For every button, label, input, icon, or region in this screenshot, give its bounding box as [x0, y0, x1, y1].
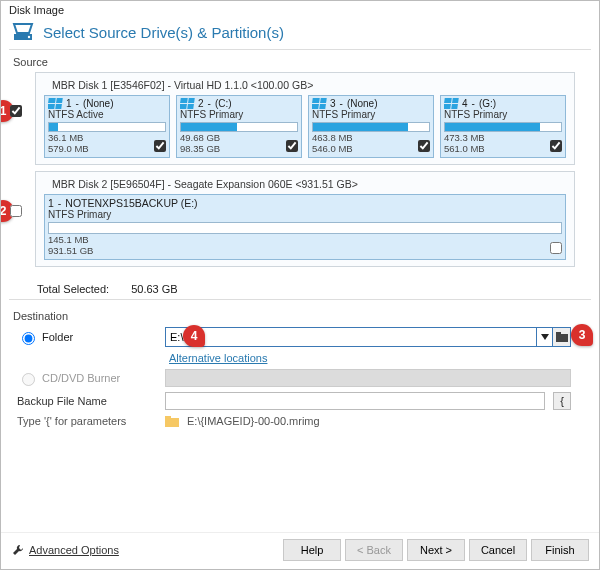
page-header: Select Source Drive(s) & Partition(s) [1, 19, 599, 49]
disk-title: MBR Disk 2 [5E96504F] - Seagate Expansio… [42, 176, 568, 194]
svg-point-1 [28, 36, 30, 38]
partition-drive: (None) [347, 98, 378, 109]
help-button[interactable]: Help [283, 539, 341, 561]
burner-combo-disabled [165, 369, 571, 387]
total-selected: Total Selected: 50.63 GB [1, 273, 599, 299]
drive-icon [11, 21, 35, 43]
dest-burner-radio [22, 373, 35, 386]
backup-filename-label: Backup File Name [17, 395, 157, 407]
window-title: Disk Image [1, 1, 599, 19]
footer: Advanced Options Help < Back Next > Canc… [1, 532, 599, 569]
partition-type: NTFS Primary [48, 209, 562, 220]
callout-badge-3: 3 [571, 324, 593, 346]
partition-type: NTFS Primary [180, 109, 298, 120]
params-button[interactable]: { [553, 392, 571, 410]
partition-usage-bar [48, 222, 562, 234]
cancel-button[interactable]: Cancel [469, 539, 527, 561]
partition-type: NTFS Primary [312, 109, 430, 120]
params-path: E:\{IMAGEID}-00-00.mrimg [187, 415, 320, 427]
disk-title: MBR Disk 1 [E3546F02] - Virtual HD 1.1.0… [42, 77, 568, 95]
partition-number: 1 [66, 98, 72, 109]
folder-input[interactable] [165, 327, 537, 347]
partition-checkbox[interactable] [550, 242, 562, 254]
partition-number: 1 [48, 197, 54, 209]
partition-drive: (G:) [479, 98, 496, 109]
wrench-icon [11, 543, 25, 557]
partition-drive: (C:) [215, 98, 232, 109]
partition-usage-bar [444, 122, 562, 132]
partition-type: NTFS Active [48, 109, 166, 120]
partition-type: NTFS Primary [444, 109, 562, 120]
svg-rect-2 [556, 334, 568, 342]
windows-icon [48, 98, 63, 109]
partition-label: NOTENXPS15BACKUP (E:) [65, 197, 197, 209]
partition-total: 98.35 GB [180, 144, 220, 155]
partition-total: 579.0 MB [48, 144, 89, 155]
folder-icon [556, 332, 568, 342]
dest-burner-label: CD/DVD Burner [42, 372, 120, 384]
partition-usage-bar [48, 122, 166, 132]
partition-usage-bar [312, 122, 430, 132]
partition-drive: (None) [83, 98, 114, 109]
advanced-options-link[interactable]: Advanced Options [11, 543, 119, 557]
folder-combo: 4 [165, 327, 571, 347]
windows-icon [444, 98, 459, 109]
folder-browse-button[interactable] [553, 327, 571, 347]
partition-card[interactable]: 2 - (C:) NTFS Primary 49.68 GB98.35 GB [176, 95, 302, 158]
partition-card[interactable]: 1 - (None) NTFS Active 36.1 MB579.0 MB [44, 95, 170, 158]
page-title: Select Source Drive(s) & Partition(s) [43, 24, 284, 41]
folder-icon [165, 415, 179, 427]
windows-icon [180, 98, 195, 109]
partition-checkbox[interactable] [286, 140, 298, 152]
folder-dropdown[interactable] [537, 327, 553, 347]
partition-number: 4 [462, 98, 468, 109]
windows-icon [312, 98, 327, 109]
partition-checkbox[interactable] [550, 140, 562, 152]
dest-folder-radio[interactable] [22, 332, 35, 345]
svg-rect-4 [165, 418, 179, 427]
destination-label: Destination [13, 304, 587, 324]
partition-total: 561.0 MB [444, 144, 485, 155]
svg-rect-5 [165, 416, 171, 419]
alternative-locations-link[interactable]: Alternative locations [169, 352, 267, 364]
partition-total: 931.51 GB [48, 246, 93, 257]
total-value: 50.63 GB [131, 283, 177, 295]
svg-rect-3 [556, 332, 561, 335]
partition-checkbox[interactable] [418, 140, 430, 152]
partition-card[interactable]: 3 - (None) NTFS Primary 463.8 MB546.0 MB [308, 95, 434, 158]
next-button[interactable]: Next > [407, 539, 465, 561]
partition-card[interactable]: 4 - (G:) NTFS Primary 473.3 MB561.0 MB [440, 95, 566, 158]
back-button: < Back [345, 539, 403, 561]
source-label: Source [1, 50, 599, 70]
callout-badge-4: 4 [183, 325, 205, 347]
dest-folder-label: Folder [42, 331, 73, 343]
chevron-down-icon [541, 334, 549, 340]
disk-select-checkbox[interactable] [10, 105, 22, 117]
partition-usage-bar [180, 122, 298, 132]
partition-total: 546.0 MB [312, 144, 353, 155]
partition-checkbox[interactable] [154, 140, 166, 152]
disk-select-checkbox[interactable] [10, 205, 22, 217]
disk-panel: 1 MBR Disk 1 [E3546F02] - Virtual HD 1.1… [35, 72, 575, 165]
total-label: Total Selected: [37, 283, 109, 295]
partition-number: 2 [198, 98, 204, 109]
disk-panel: 2 MBR Disk 2 [5E96504F] - Seagate Expans… [35, 171, 575, 267]
advanced-options-label: Advanced Options [29, 544, 119, 556]
partition-card[interactable]: 1 - NOTENXPS15BACKUP (E:) NTFS Primary 1… [44, 194, 566, 260]
finish-button[interactable]: Finish [531, 539, 589, 561]
params-hint: Type '{' for parameters [17, 415, 157, 427]
partition-number: 3 [330, 98, 336, 109]
backup-filename-input[interactable] [165, 392, 545, 410]
